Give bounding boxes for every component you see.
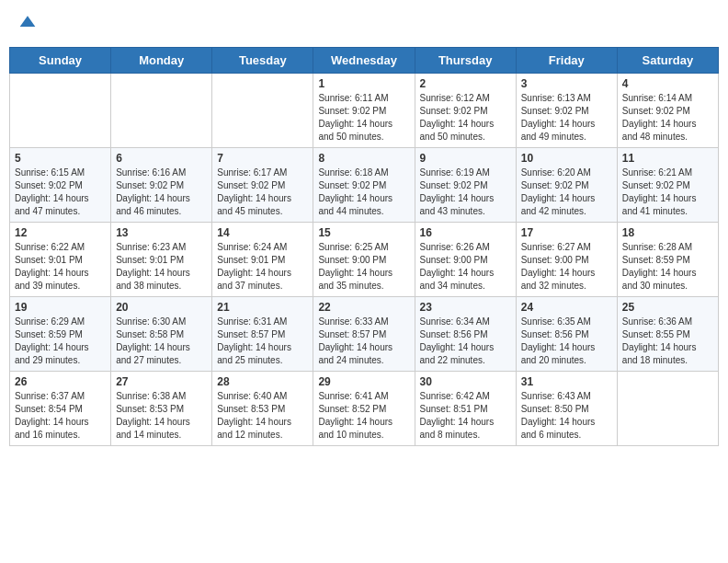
day-info: Sunrise: 6:27 AM Sunset: 9:00 PM Dayligh…: [521, 241, 612, 293]
day-number: 7: [217, 152, 308, 165]
day-number: 14: [217, 226, 308, 239]
calendar-cell: 17 Sunrise: 6:27 AM Sunset: 9:00 PM Dayl…: [516, 223, 617, 297]
day-number: 2: [420, 77, 511, 90]
day-info: Sunrise: 6:34 AM Sunset: 8:56 PM Dayligh…: [420, 316, 511, 367]
calendar-cell: 12 Sunrise: 6:22 AM Sunset: 9:01 PM Dayl…: [10, 223, 111, 297]
sunset-text: Sunset: 9:02 PM: [318, 106, 386, 116]
sunset-text: Sunset: 8:56 PM: [420, 329, 488, 339]
calendar-cell: 9 Sunrise: 6:19 AM Sunset: 9:02 PM Dayli…: [415, 148, 516, 223]
calendar-week-4: 19 Sunrise: 6:29 AM Sunset: 8:59 PM Dayl…: [10, 297, 719, 372]
calendar-cell: [212, 74, 313, 148]
day-info: Sunrise: 6:11 AM Sunset: 9:02 PM Dayligh…: [318, 92, 409, 144]
daylight-text: Daylight: 14 hours and 45 minutes.: [217, 193, 291, 216]
calendar-week-3: 12 Sunrise: 6:22 AM Sunset: 9:01 PM Dayl…: [10, 223, 719, 297]
daylight-text: Daylight: 14 hours and 48 minutes.: [622, 119, 697, 142]
day-info: Sunrise: 6:25 AM Sunset: 9:00 PM Dayligh…: [318, 241, 409, 293]
day-number: 1: [318, 77, 409, 90]
sunset-text: Sunset: 9:02 PM: [521, 106, 589, 116]
calendar-cell: 25 Sunrise: 6:36 AM Sunset: 8:55 PM Dayl…: [617, 297, 718, 372]
sunset-text: Sunset: 8:59 PM: [15, 329, 83, 339]
daylight-text: Daylight: 14 hours and 46 minutes.: [116, 193, 190, 216]
sunset-text: Sunset: 9:02 PM: [622, 180, 690, 190]
sunset-text: Sunset: 8:55 PM: [622, 329, 690, 339]
daylight-text: Daylight: 14 hours and 20 minutes.: [521, 342, 596, 365]
sunrise-text: Sunrise: 6:34 AM: [420, 316, 490, 327]
day-info: Sunrise: 6:30 AM Sunset: 8:58 PM Dayligh…: [116, 316, 207, 367]
sunrise-text: Sunrise: 6:16 AM: [116, 167, 186, 178]
calendar-cell: 1 Sunrise: 6:11 AM Sunset: 9:02 PM Dayli…: [313, 74, 415, 148]
day-number: 12: [15, 226, 106, 239]
sunrise-text: Sunrise: 6:21 AM: [622, 167, 692, 178]
daylight-text: Daylight: 14 hours and 38 minutes.: [116, 268, 190, 291]
svg-marker-0: [20, 16, 36, 27]
sunrise-text: Sunrise: 6:29 AM: [15, 316, 85, 327]
calendar-cell: 27 Sunrise: 6:38 AM Sunset: 8:53 PM Dayl…: [111, 372, 212, 446]
day-info: Sunrise: 6:42 AM Sunset: 8:51 PM Dayligh…: [420, 390, 511, 442]
sunrise-text: Sunrise: 6:27 AM: [521, 242, 591, 252]
calendar-week-2: 5 Sunrise: 6:15 AM Sunset: 9:02 PM Dayli…: [10, 148, 719, 223]
sunset-text: Sunset: 8:52 PM: [318, 404, 386, 414]
calendar-cell: [10, 74, 111, 148]
calendar-cell: 3 Sunrise: 6:13 AM Sunset: 9:02 PM Dayli…: [516, 74, 617, 148]
calendar-cell: 7 Sunrise: 6:17 AM Sunset: 9:02 PM Dayli…: [212, 148, 313, 223]
day-number: 15: [318, 226, 409, 239]
daylight-text: Daylight: 14 hours and 34 minutes.: [420, 268, 495, 291]
calendar-cell: 29 Sunrise: 6:41 AM Sunset: 8:52 PM Dayl…: [313, 372, 415, 446]
daylight-text: Daylight: 14 hours and 30 minutes.: [622, 268, 697, 291]
day-info: Sunrise: 6:41 AM Sunset: 8:52 PM Dayligh…: [318, 390, 409, 442]
day-of-week-monday: Monday: [111, 48, 212, 74]
sunrise-text: Sunrise: 6:12 AM: [420, 93, 490, 103]
calendar-cell: 22 Sunrise: 6:33 AM Sunset: 8:57 PM Dayl…: [313, 297, 415, 372]
day-info: Sunrise: 6:17 AM Sunset: 9:02 PM Dayligh…: [217, 167, 308, 218]
sunrise-text: Sunrise: 6:40 AM: [217, 391, 287, 401]
day-number: 27: [116, 375, 207, 388]
sunrise-text: Sunrise: 6:41 AM: [318, 391, 388, 401]
page-header: [9, 9, 719, 40]
sunrise-text: Sunrise: 6:18 AM: [318, 167, 388, 178]
daylight-text: Daylight: 14 hours and 10 minutes.: [318, 417, 392, 440]
daylight-text: Daylight: 14 hours and 37 minutes.: [217, 268, 291, 291]
day-number: 26: [15, 375, 106, 388]
daylight-text: Daylight: 14 hours and 44 minutes.: [318, 193, 392, 216]
sunset-text: Sunset: 9:02 PM: [420, 106, 488, 116]
day-info: Sunrise: 6:12 AM Sunset: 9:02 PM Dayligh…: [420, 92, 511, 144]
day-number: 11: [622, 152, 713, 165]
day-of-week-sunday: Sunday: [10, 48, 111, 74]
calendar-cell: 21 Sunrise: 6:31 AM Sunset: 8:57 PM Dayl…: [212, 297, 313, 372]
daylight-text: Daylight: 14 hours and 41 minutes.: [622, 193, 697, 216]
day-info: Sunrise: 6:33 AM Sunset: 8:57 PM Dayligh…: [318, 316, 409, 367]
calendar-cell: 23 Sunrise: 6:34 AM Sunset: 8:56 PM Dayl…: [415, 297, 516, 372]
sunset-text: Sunset: 9:02 PM: [420, 180, 488, 190]
day-info: Sunrise: 6:35 AM Sunset: 8:56 PM Dayligh…: [521, 316, 612, 367]
logo-icon: [18, 13, 37, 31]
sunset-text: Sunset: 8:50 PM: [521, 404, 589, 414]
calendar-cell: 14 Sunrise: 6:24 AM Sunset: 9:01 PM Dayl…: [212, 223, 313, 297]
calendar-cell: 2 Sunrise: 6:12 AM Sunset: 9:02 PM Dayli…: [415, 74, 516, 148]
calendar-cell: 30 Sunrise: 6:42 AM Sunset: 8:51 PM Dayl…: [415, 372, 516, 446]
day-number: 20: [116, 301, 207, 314]
sunrise-text: Sunrise: 6:23 AM: [116, 242, 186, 252]
day-info: Sunrise: 6:14 AM Sunset: 9:02 PM Dayligh…: [622, 92, 713, 144]
logo-text: [17, 13, 37, 36]
day-number: 25: [622, 301, 713, 314]
day-info: Sunrise: 6:38 AM Sunset: 8:53 PM Dayligh…: [116, 390, 207, 442]
day-number: 16: [420, 226, 511, 239]
daylight-text: Daylight: 14 hours and 49 minutes.: [521, 119, 596, 142]
calendar-cell: [617, 372, 718, 446]
day-of-week-thursday: Thursday: [415, 48, 516, 74]
daylight-text: Daylight: 14 hours and 39 minutes.: [15, 268, 89, 291]
day-info: Sunrise: 6:24 AM Sunset: 9:01 PM Dayligh…: [217, 241, 308, 293]
day-number: 5: [15, 152, 106, 165]
daylight-text: Daylight: 14 hours and 14 minutes.: [116, 417, 190, 440]
day-number: 4: [622, 77, 713, 90]
day-of-week-saturday: Saturday: [617, 48, 718, 74]
sunrise-text: Sunrise: 6:43 AM: [521, 391, 591, 401]
calendar-cell: 16 Sunrise: 6:26 AM Sunset: 9:00 PM Dayl…: [415, 223, 516, 297]
sunrise-text: Sunrise: 6:38 AM: [116, 391, 186, 401]
calendar-cell: 8 Sunrise: 6:18 AM Sunset: 9:02 PM Dayli…: [313, 148, 415, 223]
daylight-text: Daylight: 14 hours and 43 minutes.: [420, 193, 495, 216]
calendar-header-row: SundayMondayTuesdayWednesdayThursdayFrid…: [10, 48, 719, 74]
sunset-text: Sunset: 9:02 PM: [521, 180, 589, 190]
daylight-text: Daylight: 14 hours and 18 minutes.: [622, 342, 697, 365]
daylight-text: Daylight: 14 hours and 25 minutes.: [217, 342, 291, 365]
